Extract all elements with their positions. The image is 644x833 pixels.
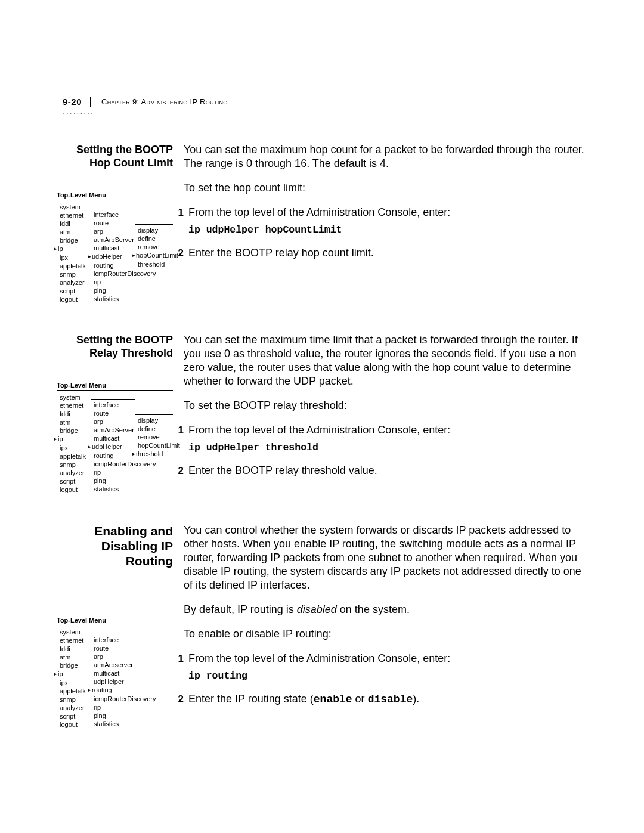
intro-text: You can set the maximum hop count for a … [184, 143, 587, 171]
menu-item: routing [94, 451, 132, 460]
text-fragment: on the system. [337, 603, 410, 615]
menu-item: ethernet [60, 211, 88, 219]
section-hop-count: Setting the BOOTP Hop Count Limit Top-Le… [63, 143, 587, 305]
menu-item: atm [60, 418, 88, 426]
menu-item: display [138, 226, 171, 234]
step-number: 2 [172, 692, 188, 707]
menu-item: arp [94, 652, 156, 661]
menu-item: analyzer [60, 469, 88, 477]
menu-item: route [94, 409, 132, 417]
menu-item: atmArpServer [94, 426, 132, 434]
menu-item: ipx [60, 679, 88, 687]
text-fragment: Enter the IP routing state ( [188, 693, 314, 705]
menu-item: appletalk [60, 452, 88, 460]
menu-item: ethernet [60, 401, 88, 410]
step-text: From the top level of the Administration… [188, 206, 587, 219]
step-number: 2 [172, 464, 188, 478]
menu-item: system [60, 628, 88, 636]
menu-item: bridge [60, 426, 88, 435]
menu-item: rip [94, 703, 156, 711]
step-text: From the top level of the Administration… [188, 423, 587, 437]
menu-item: system [60, 203, 88, 211]
menu-item: arp [94, 417, 132, 426]
menu-item: script [60, 712, 88, 720]
menu-title: Top-Level Menu [57, 381, 173, 391]
menu-item: analyzer [60, 278, 88, 287]
heading-line: Enabling and [94, 524, 173, 538]
menu-item: ping [94, 711, 156, 720]
menu-item: ping [94, 476, 132, 485]
emphasis: disabled [297, 603, 337, 615]
menu-item: udpHelper [94, 252, 132, 261]
intro-text: You can control whether the system forwa… [184, 524, 587, 592]
heading-line: Disabling IP [101, 539, 173, 553]
menu-item: arp [94, 227, 132, 236]
step-text: Enter the BOOTP relay threshold value. [188, 464, 587, 478]
heading-line: Setting the BOOTP [76, 144, 173, 156]
menu-item: atm [60, 228, 88, 236]
default-text: By default, IP routing is disabled on th… [184, 603, 587, 617]
menu-item: route [94, 219, 132, 227]
menu-item: interface [94, 210, 132, 219]
menu-item: fddi [60, 219, 88, 228]
menu-item: icmpRouterDiscovery [94, 460, 132, 468]
menu-item: udpHelper [94, 442, 132, 451]
code-inline: disable [368, 693, 413, 705]
menu-item: fddi [60, 645, 88, 653]
menu-item: ip [60, 435, 88, 444]
menu-item: logout [60, 295, 88, 304]
menu-item: appletalk [60, 262, 88, 270]
header-dots: ········· [63, 109, 94, 118]
menu-title: Top-Level Menu [57, 191, 173, 200]
menu-item: interface [94, 401, 132, 409]
heading-line: Hop Count Limit [89, 157, 173, 169]
menu-title: Top-Level Menu [57, 616, 173, 625]
section-heading: Enabling and Disabling IP Routing [57, 524, 173, 568]
menu-item: bridge [60, 236, 88, 244]
menu-item: atm [60, 653, 88, 661]
menu-diagram: Top-Level Menu systemethernetfddiatmbrid… [57, 381, 173, 495]
menu-item: icmpRouterDiscovery [94, 270, 132, 278]
step-number: 1 [172, 423, 188, 462]
text-fragment: or [352, 693, 368, 705]
menu-item: logout [60, 485, 88, 494]
step-number: 1 [172, 206, 188, 244]
step-text: Enter the IP routing state (enable or di… [188, 692, 587, 707]
code-inline: enable [314, 693, 352, 705]
section-relay-threshold: Setting the BOOTP Relay Threshold Top-Le… [63, 333, 587, 495]
menu-item: rip [94, 468, 132, 476]
command-text: ip udpHelper threshold [188, 441, 587, 454]
menu-item: hopCountLimit [138, 441, 171, 450]
menu-item: snmp [60, 270, 88, 278]
menu-item: snmp [60, 695, 88, 704]
menu-item: system [60, 393, 88, 401]
text-fragment: ). [413, 693, 419, 705]
menu-item: remove [138, 243, 171, 251]
menu-item: script [60, 287, 88, 295]
menu-diagram: Top-Level Menu systemethernetfddiatmbrid… [57, 616, 173, 730]
menu-item: hopCountLimit [138, 251, 171, 260]
menu-item: route [94, 644, 156, 652]
step-text: From the top level of the Administration… [188, 652, 587, 665]
step-number: 1 [172, 652, 188, 690]
menu-item: ping [94, 286, 132, 295]
step-number: 2 [172, 246, 188, 260]
heading-line: Setting the BOOTP [76, 334, 173, 346]
menu-item: ipx [60, 253, 88, 262]
menu-item: routing [94, 261, 132, 270]
heading-line: Routing [126, 554, 173, 568]
menu-item: statistics [94, 720, 156, 728]
menu-item: threshold [138, 260, 171, 268]
text-fragment: By default, IP routing is [184, 603, 297, 615]
running-header: Chapter 9: Administering IP Routing [101, 97, 228, 106]
menu-item: multicast [94, 434, 132, 442]
instruction-text: To set the BOOTP relay threshold: [184, 399, 587, 413]
menu-item: script [60, 477, 88, 485]
menu-item: ipx [60, 444, 88, 452]
menu-item: statistics [94, 485, 132, 493]
menu-item: rip [94, 278, 132, 286]
instruction-text: To set the hop count limit: [184, 181, 587, 195]
menu-item: snmp [60, 460, 88, 469]
section-heading: Setting the BOOTP Hop Count Limit [57, 143, 173, 169]
heading-line: Relay Threshold [89, 347, 173, 359]
